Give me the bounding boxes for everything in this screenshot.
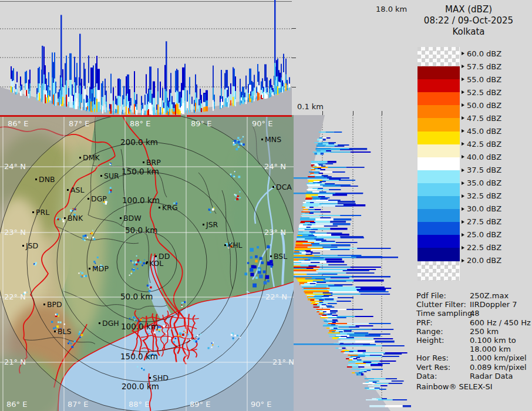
- profile-bar: [235, 91, 236, 99]
- profile-bar: [94, 97, 95, 105]
- profile-bar: [135, 100, 136, 106]
- profile-bar: [306, 194, 318, 196]
- profile-spike: [274, 0, 276, 63]
- profile-bar: [306, 202, 310, 203]
- dbz-scale-label: 47.5 dBZ: [462, 113, 501, 123]
- profile-bar: [313, 292, 323, 294]
- profile-bar: [347, 323, 369, 324]
- profile-bar: [95, 87, 96, 101]
- profile-bar: [392, 380, 404, 382]
- profile-bar: [308, 241, 321, 242]
- profile-bar: [319, 215, 340, 216]
- profile-bar: [307, 274, 322, 275]
- profile-bar: [327, 319, 332, 321]
- profile-bar: [95, 100, 96, 112]
- profile-bar: [55, 100, 56, 106]
- profile-bar: [200, 106, 201, 112]
- profile-bar: [314, 242, 336, 243]
- echo-cell: [139, 318, 140, 319]
- profile-bar: [13, 80, 14, 87]
- echo-cell: [146, 332, 147, 333]
- echo-cell: [176, 203, 177, 204]
- profile-bar: [339, 341, 356, 343]
- profile-bar: [175, 92, 176, 105]
- profile-bar: [319, 161, 328, 163]
- profile-bar: [96, 56, 97, 83]
- profile-bar: [328, 289, 357, 290]
- scale-arrow-icon: [462, 116, 464, 120]
- info-label: Data:: [416, 372, 470, 380]
- profile-bar: [312, 198, 319, 200]
- echo-cell: [252, 284, 257, 288]
- profile-bar: [331, 249, 350, 250]
- profile-bar: [361, 288, 391, 289]
- profile-bar: [359, 364, 371, 366]
- profile-bar: [348, 362, 355, 363]
- scale-arrow-icon: [462, 246, 464, 250]
- echo-cell: [137, 321, 138, 322]
- profile-bar: [93, 89, 94, 102]
- profile-bar: [349, 357, 352, 358]
- profile-bar: [233, 97, 234, 106]
- profile-bar: [297, 238, 305, 240]
- echo-cell: [134, 319, 136, 321]
- profile-bar: [187, 90, 188, 102]
- profile-bar: [366, 399, 378, 400]
- profile-bar: [168, 100, 169, 107]
- profile-bar: [324, 321, 328, 322]
- profile-bar: [320, 317, 328, 318]
- profile-bar: [328, 317, 338, 318]
- profile-bar: [46, 90, 47, 97]
- profile-bar: [297, 235, 302, 236]
- profile-bar: [299, 260, 305, 261]
- profile-bar: [313, 197, 321, 198]
- profile-bar: [321, 211, 331, 213]
- echo-cell: [197, 335, 198, 336]
- echo-cell: [142, 265, 143, 267]
- profile-bar: [326, 132, 334, 133]
- profile-bar: [276, 77, 277, 86]
- profile-bar: [336, 301, 351, 302]
- profile-bar: [330, 328, 334, 329]
- profile-bar: [325, 312, 331, 314]
- profile-bar: [16, 83, 18, 89]
- profile-bar: [299, 250, 305, 251]
- profile-bar: [87, 103, 88, 107]
- profile-bar: [157, 92, 159, 105]
- profile-bar: [206, 100, 208, 106]
- profile-bar: [94, 105, 95, 109]
- profile-bar: [345, 351, 349, 352]
- profile-bar: [119, 106, 120, 114]
- echo-cell: [163, 325, 165, 328]
- profile-bar: [148, 102, 149, 109]
- profile-bar: [68, 88, 69, 97]
- profile-bar: [307, 183, 315, 184]
- profile-bar: [48, 87, 49, 95]
- scale-arrow-icon: [462, 65, 464, 68]
- profile-bar: [95, 63, 96, 87]
- profile-bar: [153, 98, 155, 107]
- profile-bar: [106, 107, 107, 113]
- info-label: Pdf File:: [416, 291, 470, 300]
- profile-bar: [243, 100, 244, 103]
- info-row: Hor Res:1.000 km/pixel: [416, 353, 531, 362]
- transparent-swatch: [417, 47, 460, 66]
- profile-bar: [271, 85, 272, 90]
- scale-arrow-icon: [462, 155, 464, 159]
- profile-bar: [375, 341, 394, 343]
- profile-bar: [46, 79, 47, 91]
- info-value: 250 km: [470, 327, 531, 336]
- profile-bar: [184, 64, 186, 88]
- profile-bar: [109, 109, 110, 112]
- profile-bar: [73, 95, 74, 101]
- profile-bar: [307, 224, 311, 225]
- profile-bar: [281, 78, 282, 85]
- dbz-scale-label: 40.0 dBZ: [462, 152, 501, 161]
- echo-cell: [140, 261, 142, 263]
- profile-bar: [316, 240, 326, 241]
- colorbar-band: [417, 66, 460, 80]
- profile-bar: [243, 92, 244, 97]
- profile-bar: [285, 83, 287, 91]
- info-value: Radar Data: [470, 372, 531, 380]
- profile-bar: [311, 303, 318, 304]
